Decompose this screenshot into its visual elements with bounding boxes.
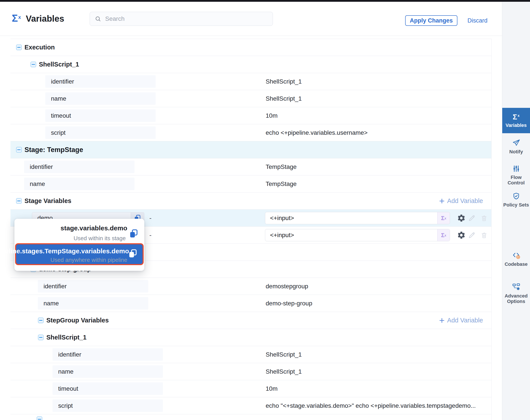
variable-value-text: <+input>	[270, 232, 294, 239]
property-value: demostepgroup	[266, 278, 308, 295]
variable-value-input[interactable]: <+input>Σx	[265, 212, 450, 224]
sidebar-item-flow-control[interactable]: Flow Control	[502, 165, 530, 186]
property-value: echo "<+stage.variables.demo>" echo <+pi…	[266, 397, 476, 414]
collapse-minus-icon[interactable]	[16, 147, 22, 152]
expression-sigma-button[interactable]: Σx	[437, 212, 450, 224]
required-dash: -	[149, 210, 151, 226]
section-label: Execution	[25, 39, 55, 56]
stage-header-row: Stage: TempStage	[11, 141, 491, 158]
section-label: ShellScript_1	[46, 329, 87, 346]
collapse-minus-icon[interactable]	[16, 45, 22, 50]
variables-sigma-logo-icon: Σx	[12, 13, 21, 23]
flow-gear-icon	[512, 283, 520, 291]
delete-trash-icon[interactable]	[480, 231, 488, 239]
property-name: timeout	[51, 112, 71, 119]
collapse-minus-icon[interactable]	[16, 198, 22, 204]
property-row: identifierdemostepgroup	[11, 278, 491, 295]
property-name-pill: script	[52, 399, 163, 412]
property-row: nameShellScript_1	[11, 90, 491, 107]
variables-group-label: StepGroup Variables	[46, 312, 109, 329]
delete-trash-icon[interactable]	[480, 214, 488, 222]
property-name-pill: identifier	[24, 161, 134, 173]
property-name: name	[58, 368, 74, 375]
property-name-pill: name	[45, 92, 156, 105]
sidebar-item-label: Variables	[505, 122, 527, 128]
property-value: ShellScript_1	[266, 73, 302, 90]
partial-row-cut-off	[11, 414, 491, 420]
search-box[interactable]	[90, 12, 273, 26]
property-name: name	[51, 95, 66, 102]
sidebar-item-policy-sets[interactable]: Policy Sets	[502, 192, 530, 208]
property-value: 10m	[266, 107, 278, 124]
popup-option-expression: pipeline.stages.TempStage.variables.demo	[0, 247, 129, 255]
property-name-pill: name	[52, 365, 163, 378]
popup-option-pipeline-scope-selected[interactable]: pipeline.stages.TempStage.variables.demo…	[15, 243, 144, 265]
sliders-icon	[512, 165, 520, 173]
sidebar-item-label: Notify	[509, 149, 523, 154]
property-row: identifierShellScript_1	[11, 346, 491, 363]
collapse-minus-icon[interactable]	[38, 335, 44, 340]
property-row: namedemo-step-group	[11, 295, 491, 312]
window-top-bar	[0, 0, 530, 2]
property-name-pill: identifier	[52, 348, 163, 361]
tree-section-row: Execution	[11, 39, 491, 56]
settings-gear-icon[interactable]	[457, 231, 466, 240]
sidebar-item-advanced-options[interactable]: Advanced Options	[502, 283, 530, 304]
code-warning-icon	[512, 251, 520, 259]
property-row: identifierTempStage	[11, 158, 491, 175]
property-name-pill: name	[24, 178, 134, 190]
collapse-minus-icon[interactable]	[37, 417, 42, 420]
add-variable-button[interactable]: Add Variable	[438, 312, 484, 329]
popup-option-scope-hint: Used within its stage	[74, 235, 126, 242]
property-value: echo <+pipeline.variables.username>	[266, 124, 368, 141]
variables-group-label: Stage Variables	[25, 193, 71, 209]
property-row: identifierShellScript_1	[11, 73, 491, 90]
variables-group-header-row: StepGroup VariablesAdd Variable	[11, 312, 491, 329]
edit-pencil-icon[interactable]	[468, 231, 476, 239]
sidebar-item-label: Codebase	[505, 261, 528, 267]
sidebar-item-label: Advanced Options	[502, 293, 530, 304]
section-label: ShellScript_1	[39, 56, 79, 73]
property-row: nameTempStage	[11, 175, 491, 193]
variable-value-text: <+input>	[270, 215, 294, 222]
add-variable-label: Add Variable	[447, 317, 483, 324]
shield-check-icon	[512, 192, 520, 200]
property-name-pill: identifier	[45, 75, 156, 88]
property-name-pill: identifier	[38, 280, 148, 292]
expression-sigma-button[interactable]: Σx	[437, 229, 450, 241]
sidebar-item-label: Flow Control	[502, 175, 530, 186]
property-value: ShellScript_1	[266, 346, 302, 363]
property-name: script	[51, 129, 66, 136]
edit-pencil-icon[interactable]	[468, 214, 476, 222]
settings-gear-icon[interactable]	[457, 214, 466, 223]
discard-button[interactable]: Discard	[465, 15, 490, 26]
property-name-pill: timeout	[45, 109, 156, 122]
property-row: timeout10m	[11, 380, 491, 397]
search-icon	[95, 15, 101, 22]
plus-icon	[439, 198, 445, 204]
property-row: timeout10m	[11, 107, 491, 124]
property-name: identifier	[51, 78, 74, 85]
apply-changes-button[interactable]: Apply Changes	[405, 15, 457, 26]
variable-value-input[interactable]: <+input>Σx	[265, 229, 450, 241]
add-variable-button[interactable]: Add Variable	[438, 193, 484, 209]
page-title: Variables	[26, 2, 64, 36]
sidebar-item-codebase[interactable]: Codebase	[502, 251, 530, 267]
property-row: nameShellScript_1	[11, 363, 491, 380]
sidebar-item-notify[interactable]: Notify	[502, 139, 530, 154]
send-icon	[512, 139, 520, 147]
copy-icon[interactable]	[128, 249, 138, 258]
popup-option-stage-scope[interactable]: stage.variables.demo Used within its sta…	[15, 219, 144, 244]
property-name-pill: timeout	[52, 382, 163, 395]
copy-icon[interactable]	[129, 229, 139, 239]
plus-icon	[439, 317, 445, 324]
property-name: identifier	[44, 283, 67, 290]
property-name: identifier	[58, 351, 81, 358]
stage-title: Stage: TempStage	[25, 141, 83, 158]
property-row: scriptecho "<+stage.variables.demo>" ech…	[11, 397, 491, 414]
property-name-pill: script	[45, 126, 156, 139]
search-input[interactable]	[101, 15, 273, 22]
sidebar-item-variables[interactable]: ΣxVariables	[502, 108, 530, 133]
collapse-minus-icon[interactable]	[38, 318, 44, 323]
collapse-minus-icon[interactable]	[31, 62, 36, 67]
